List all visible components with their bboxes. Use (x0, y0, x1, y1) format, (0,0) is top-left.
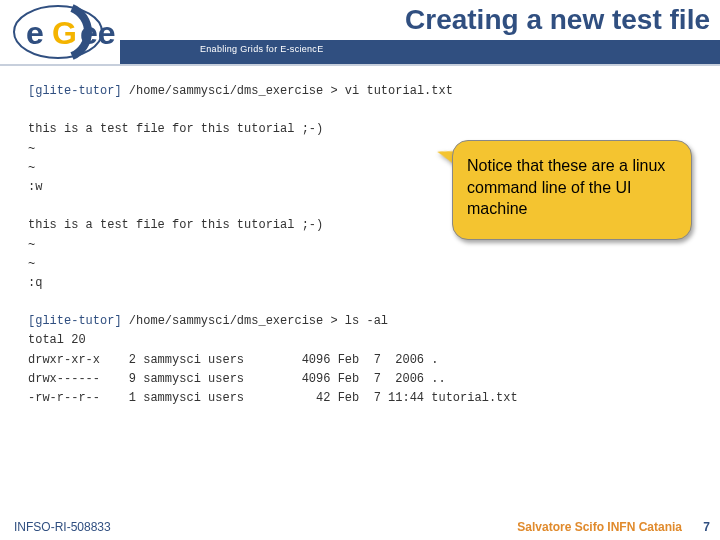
footer-author: Salvatore Scifo INFN Catania (517, 520, 682, 534)
prompt: [glite-tutor] (28, 84, 129, 98)
page-number: 7 (703, 520, 710, 534)
slide-footer: INFSO-RI-508833 Salvatore Scifo INFN Cat… (0, 516, 720, 540)
tagline: Enabling Grids for E-sciencE (200, 44, 323, 54)
callout-text: Notice that these are a linux command li… (467, 157, 665, 217)
terminal-content: [glite-tutor] /home/sammysci/dms_exercis… (28, 82, 700, 408)
command-text: /home/sammysci/dms_exercise > ls -al (129, 314, 388, 328)
footer-ref: INFSO-RI-508833 (14, 520, 111, 534)
svg-text:ee: ee (80, 15, 116, 51)
svg-text:e: e (26, 15, 44, 51)
divider (0, 64, 720, 66)
callout-box: Notice that these are a linux command li… (452, 140, 692, 240)
slide-header: e G ee Creating a new test file Enabling… (0, 0, 720, 64)
prompt: [glite-tutor] (28, 314, 129, 328)
ls-output: total 20 drwxr-xr-x 2 sammysci users 409… (28, 331, 700, 408)
slide-title: Creating a new test file (405, 4, 710, 36)
svg-text:G: G (52, 15, 77, 51)
command-text: /home/sammysci/dms_exercise > vi tutoria… (129, 84, 453, 98)
